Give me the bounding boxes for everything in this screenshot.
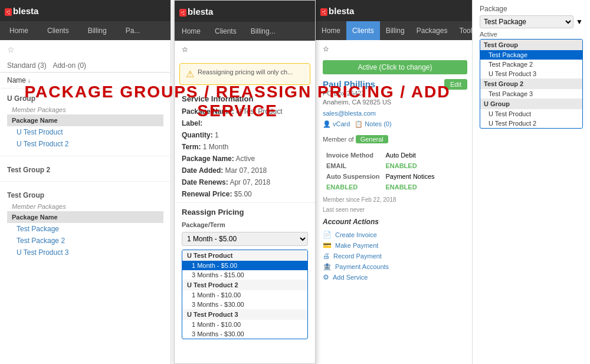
dd-item-3months-30b[interactable]: 3 Months - $30.00 [182,329,307,339]
pkg-term-select[interactable]: 1 Month - $5.00 [182,232,308,246]
alert-text: Reassigning pricing will only ch... [198,68,293,76]
tab-standard[interactable]: Standard (3) [7,61,47,70]
dd4-item-test-package-2[interactable]: Test Package 2 [480,60,582,69]
panel3-nav-home[interactable]: Home [316,21,346,40]
record-payment-icon: 🖨 [323,252,330,260]
panel3-nav-billing[interactable]: Billing [380,21,411,40]
panel3-nav-clients[interactable]: Clients [346,21,380,40]
pkg-item-u-test-product[interactable]: U Test Product [7,126,163,138]
account-actions: Account Actions 📄 Create Invoice 💳 Make … [323,218,467,283]
panel2-nav-clients[interactable]: Clients [208,22,244,41]
panel2-nav-billing[interactable]: Billing... [244,22,283,41]
pkg-name-row: Package Name: U Test Product [175,106,315,117]
package-groups-panel: ·:blesta Home Clients Billing Pa... ☆ St… [0,0,171,364]
client-card: Edit Paul Phillips PO Box 25423 Anaheim,… [323,79,467,128]
group-testgroup-title: Test Group [7,188,163,201]
member-packages-label-0: Member Packages [7,104,163,114]
nav-clients[interactable]: Clients [38,21,78,40]
invoice-method-row: Invoice Method Auto Debit [324,150,437,160]
create-invoice-label: Create Invoice [335,231,377,238]
panel2-logo: ·:blesta [179,6,213,17]
package-label: Package [473,0,590,14]
invoice-method-label: Invoice Method [324,150,382,160]
edit-button[interactable]: Edit [444,79,467,90]
dd4-item-test-package-3[interactable]: Test Package 3 [480,89,582,99]
dd-item-1month-5[interactable]: 1 Month - $5.00 [182,261,307,270]
vcard-link[interactable]: 👤 vCard [323,120,350,128]
group-ugroup-title: U Group [7,91,163,104]
make-payment-icon: 💳 [323,241,332,250]
client-actions-row: 👤 vCard 📋 Notes (0) [323,120,467,128]
panel3-topnav: ·:blesta [316,0,474,21]
dd4-item-u-test-product-2[interactable]: U Test Product 2 [480,119,582,128]
make-payment-link[interactable]: 💳 Make Payment [323,240,467,251]
create-invoice-link[interactable]: 📄 Create Invoice [323,229,467,240]
client-email[interactable]: sales@blesta.com [323,110,467,117]
pkg-item-test-package[interactable]: Test Package [7,223,163,235]
divider-2 [0,181,171,182]
package-dropdown-open: Test Group Test Package Test Package 2 U… [480,39,583,129]
dd4-item-test-package[interactable]: Test Package [480,50,582,60]
tabs-row: Standard (3) Add-on (0) [0,59,171,73]
pkg-item-u-test-product-2[interactable]: U Test Product 2 [7,138,163,150]
sort-name[interactable]: Name [7,76,31,84]
pkg-term-dropdown: U Test Product 1 Month - $5.00 3 Months … [182,250,308,339]
make-payment-label: Make Payment [335,242,378,249]
panel1-logo: ·:blesta [5,6,38,16]
dd-group-u-test-product-3: U Test Product 3 [182,309,307,320]
date-renews-row: Date Renews: Apr 07, 2018 [175,176,315,188]
dd-item-3months-15[interactable]: 3 Months - $15.00 [182,270,307,280]
nav-home[interactable]: Home [0,21,38,40]
pkg-item-u-test-product-3[interactable]: U Test Product 3 [7,247,163,258]
create-invoice-icon: 📄 [323,231,332,239]
panel3-star-icon[interactable]: ☆ [323,45,329,53]
sort-row: Name [0,73,171,88]
tab-addon[interactable]: Add-on (0) [53,61,86,70]
panel3-nav-packages[interactable]: Packages [411,21,454,40]
pkg-status-row: Package Name: Active [175,153,315,165]
invoice-method-value: Auto Debit [383,150,437,160]
pkg-item-test-package-2[interactable]: Test Package 2 [7,235,163,247]
panel1-topnav: ·:blesta [0,0,171,21]
dd4-group-testgroup: Test Group [480,40,582,50]
dd4-item-u-test-product-3[interactable]: U Test Product 3 [480,69,582,78]
nav-packages[interactable]: Pa... [116,21,150,40]
group-testgroup2: Test Group 2 [0,160,171,178]
dd-item-3months-30a[interactable]: 3 Months - $30.00 [182,300,307,309]
email-row: EMAIL ENABLED [324,161,437,170]
renewal-price-row: Renewal Price: $5.00 [175,188,315,200]
payment-accounts-link[interactable]: 🏦 Payment Accounts [323,261,467,272]
record-payment-label: Record Payment [333,252,382,260]
add-service-link[interactable]: ⚙ Add Service [323,272,467,283]
panel1-mainnav: Home Clients Billing Pa... [0,21,171,40]
panel1-star-row: ☆ [0,40,171,59]
enabled-row: ENABLED ENABLED [324,182,437,192]
dd-item-1month-10b[interactable]: 1 Month - $10.00 [182,320,307,329]
group-ugroup: U Group Member Packages Package Name U T… [0,88,171,152]
reassign-pricing-panel: ·:blesta Home Clients Billing... ☆ ⚠ Rea… [174,0,316,364]
nav-billing[interactable]: Billing [78,21,116,40]
payment-notices-label: Payment Notices [383,172,437,181]
reassign-pricing-title: Reassign Pricing [175,202,315,219]
client-info-table: Invoice Method Auto Debit EMAIL ENABLED … [323,149,438,193]
alert-warning-icon: ⚠ [186,68,194,80]
active-badge[interactable]: Active (Click to change) [323,60,467,74]
notes-link[interactable]: 📋 Notes (0) [355,120,391,128]
package-select[interactable]: Test Package [480,15,573,28]
add-service-label: Add Service [333,274,368,281]
member-of-row: Member of General [316,133,474,146]
package-dropdown-panel: Package Test Package ▼ Active Test Group… [472,0,590,364]
dd4-group-ugroup: U Group [480,99,582,109]
dd4-item-u-test-product[interactable]: U Test Product [480,109,582,119]
group-testgroup: Test Group Member Packages Package Name … [0,185,171,261]
account-actions-title: Account Actions [323,218,467,226]
dd-item-1month-10a[interactable]: 1 Month - $10.00 [182,290,307,300]
auto-suspension-value: ENABLED [324,182,382,192]
panel1-star-icon[interactable]: ☆ [7,45,15,54]
payment-notices-value: ENABLED [383,182,437,192]
panel2-star-icon[interactable]: ☆ [182,45,188,54]
panel2-nav-home[interactable]: Home [175,22,208,41]
member-packages-label-2: Member Packages [7,201,163,211]
record-payment-link[interactable]: 🖨 Record Payment [323,251,467,261]
dd4-group-testgroup2: Test Group 2 [480,78,582,89]
